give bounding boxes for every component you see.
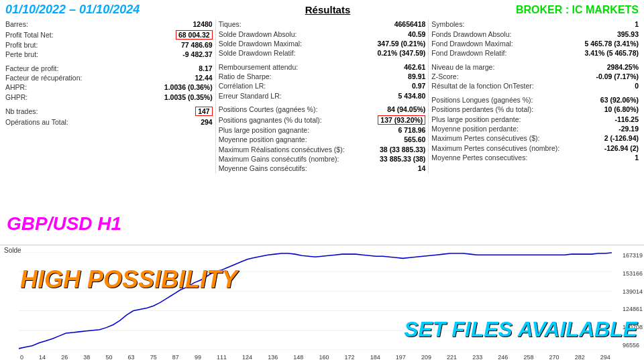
- stat-row-erreur: Erreur Standard LR: 5 434.80: [217, 91, 427, 101]
- stat-row-ahpr: AHPR: 1.0036 (0.36%): [4, 82, 214, 92]
- header: 01/10/2022 – 01/10/2024 Résultats BROKER…: [0, 0, 644, 18]
- stat-row-remboursement: Remboursement attendu: 462.61: [217, 62, 427, 72]
- stat-row-pos-perdantes: Positions perdantes (% du total): 10 (6.…: [430, 105, 640, 114]
- stat-row-ghpr: GHPR: 1.0035 (0.35%): [4, 93, 214, 102]
- stat-row-moy-pertes-cons: Moyenne Pertes consecutives: 1: [430, 153, 640, 162]
- date-range: 01/10/2022 – 01/10/2024: [5, 3, 140, 17]
- stat-row-facteur-profit: Facteur de profit: 8.17: [4, 64, 214, 73]
- stat-row-fond-dd-rel: Fond Drawdown Relatif: 3.41% (5 465.78): [430, 48, 640, 58]
- stat-row-facteur-recuperation: Facteur de récupération: 12.44: [4, 73, 214, 82]
- stat-row-plus-large-gagnante: Plus large position gagnante: 6 718.96: [217, 125, 427, 135]
- stat-row-solde-dd-abs: Solde Drawdown Absolu: 40.59: [217, 29, 427, 38]
- stat-row-tiques: Tiques: 46656418: [217, 19, 427, 29]
- stat-row-profit-brut: Profit brut: 77 486.69: [4, 40, 214, 50]
- mid-column: Tiques: 46656418 Solde Drawdown Absolu: …: [216, 19, 429, 174]
- stat-row-solde-dd-max: Solde Drawdown Maximal: 347.59 (0.21%): [217, 39, 427, 48]
- stat-row-profit-net: Profit Total Net: 68 004.32: [4, 29, 214, 40]
- stat-row-moy-gagnante: Moyenne position gagnante: 565.60: [217, 135, 427, 144]
- stat-row-symboles: Symboles: 1: [430, 19, 640, 29]
- right-column: Symboles: 1 Fonds Drawdown Absolu: 395.9…: [429, 19, 641, 174]
- stat-row-correlation: Corrélation LR: 0.97: [217, 81, 427, 90]
- stat-row-max-pertes-cons-nb: Maximum Pertes consécutives (nombre): -1…: [430, 143, 640, 153]
- left-column: Barres: 12480 Profit Total Net: 68 004.3…: [3, 19, 215, 174]
- stat-row-niveau-marge: Niveau de la marge: 2984.25%: [430, 62, 640, 72]
- stat-row-pos-courtes: Positions Courtes (gagnées %): 84 (94.05…: [217, 105, 427, 114]
- stat-row-operations: Opérations au Total: 294: [4, 117, 214, 126]
- stat-row-fond-dd-max: Fond Drawdown Maximal: 5 465.78 (3.41%): [430, 39, 640, 48]
- results-title: Résultats: [305, 4, 351, 15]
- stat-row-pos-longues: Positions Longues (gagnées %): 63 (92.06…: [430, 95, 640, 105]
- stat-row-max-pertes-cons-dollar: Maximum Pertes consécutives ($): 2 (-126…: [430, 133, 640, 143]
- stat-row-nb-trades: Nb trades: 147: [4, 106, 214, 117]
- stat-row-plus-large-perdante: Plus large position perdante: -116.25: [430, 114, 640, 123]
- stat-row-sharpe: Ratio de Sharpe: 89.91: [217, 72, 427, 81]
- stats-section: Barres: 12480 Profit Total Net: 68 004.3…: [0, 19, 644, 174]
- stat-row-moy-gains-cons: Moyenne Gains consécutifs: 14: [217, 164, 427, 173]
- stat-row-max-gains-cons: Maximum Gains consécutifs (nombre): 33 8…: [217, 154, 427, 164]
- stat-row-barres: Barres: 12480: [4, 19, 214, 29]
- chart-area: Solde 167319 153166 139014 124861 110708…: [0, 245, 644, 362]
- stat-row-ontester: Résultat de la fonction OnTester: 0: [430, 81, 640, 90]
- chart-x-labels: 0 14 26 38 50 63 75 87 99 111 124 136 14…: [20, 354, 610, 361]
- stat-row-zscore: Z-Score: -0.09 (7.17%): [430, 72, 640, 81]
- stat-row-pos-gagnantes: Positions gagnantes (% du total): 137 (9…: [217, 114, 427, 125]
- broker-title: BROKER : IC MARKETS: [516, 4, 639, 16]
- gbpusd-label: GBP/USD H1: [7, 213, 121, 235]
- stat-row-max-real-cons: Maximum Réalisations consécutives ($): 3…: [217, 145, 427, 154]
- high-possibility-text: HIGH POSSIBILITY: [20, 265, 237, 294]
- stat-row-perte-brut: Perte brut: -9 482.37: [4, 50, 214, 59]
- stat-row-solde-dd-rel: Solde Drawdown Relatif: 0.21% (347.59): [217, 48, 427, 58]
- stat-row-moy-perdante: Moyenne position perdante: -29.19: [430, 124, 640, 133]
- set-files-text: SET FILES AVAILABLE: [404, 317, 637, 342]
- stat-row-fonds-dd-abs: Fonds Drawdown Absolu: 395.93: [430, 29, 640, 38]
